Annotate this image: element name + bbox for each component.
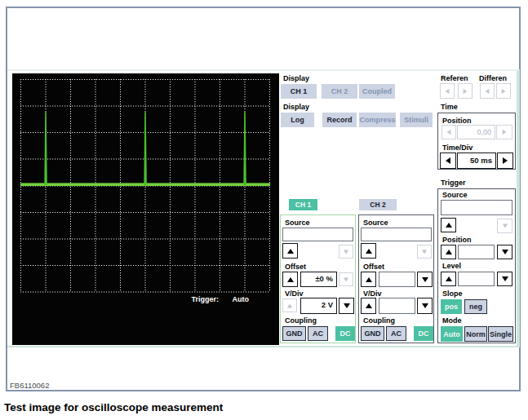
svg-text:Auto: Auto	[233, 295, 250, 303]
svg-text:Trigger:: Trigger:	[192, 295, 220, 303]
